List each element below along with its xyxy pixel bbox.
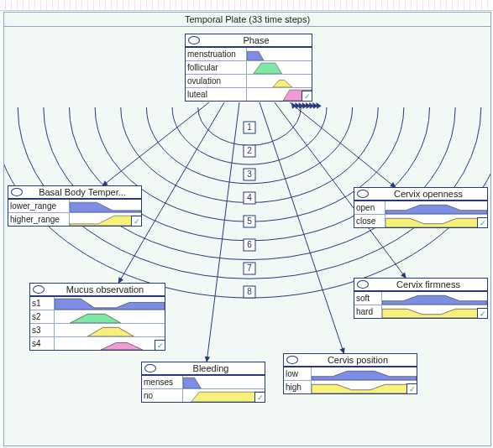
svg-text:2: 2 [247, 146, 252, 155]
svg-marker-4 [306, 102, 311, 109]
node-title: Cervix openness [354, 188, 487, 201]
state-label: no [142, 389, 183, 402]
state-chart [382, 305, 487, 318]
state-chart [55, 324, 165, 336]
state-chart [183, 389, 265, 402]
state-row: hard [354, 305, 487, 318]
svg-marker-1 [295, 102, 300, 109]
node-bbt[interactable]: Basal Body Temper...lower_rangehigher_ra… [8, 185, 142, 227]
state-label: luteal [186, 88, 247, 101]
state-label: higher_range [8, 213, 70, 226]
state-chart [312, 367, 417, 380]
svg-text:5: 5 [247, 216, 252, 226]
state-chart [55, 297, 165, 310]
svg-line-30 [260, 102, 344, 354]
node-oval-icon [357, 190, 369, 198]
check-icon[interactable]: ✓ [302, 91, 312, 102]
check-icon[interactable]: ✓ [254, 392, 265, 403]
state-label: high [284, 381, 312, 393]
svg-marker-7 [316, 102, 321, 109]
state-label: s2 [30, 310, 55, 323]
node-title: Cervix firmness [354, 279, 487, 291]
check-icon[interactable]: ✓ [477, 217, 488, 228]
node-oval-icon [144, 364, 156, 372]
svg-text:4: 4 [247, 193, 252, 202]
state-label: open [354, 201, 385, 214]
state-chart [247, 48, 312, 60]
node-oval-icon [357, 280, 369, 289]
svg-line-24 [102, 102, 209, 186]
node-bleeding[interactable]: Bleedingmensesno✓ [141, 362, 265, 403]
node-title: Phase [186, 34, 312, 47]
state-row: high [284, 380, 417, 393]
node-title-text: Cervis position [302, 355, 414, 365]
state-label: ovulation [186, 75, 247, 87]
state-row: luteal [186, 87, 312, 101]
svg-text:3: 3 [247, 169, 252, 179]
state-chart [312, 381, 417, 393]
state-label: close [354, 215, 385, 227]
check-icon[interactable]: ✓ [155, 340, 165, 351]
state-chart [55, 310, 165, 323]
svg-marker-3 [302, 102, 307, 109]
check-icon[interactable]: ✓ [131, 216, 142, 227]
svg-text:7: 7 [247, 263, 252, 273]
svg-rect-12 [244, 169, 255, 180]
state-label: soft [354, 292, 382, 305]
svg-text:1: 1 [247, 122, 252, 132]
state-row: close [354, 214, 487, 227]
node-title-text: Cervix openness [372, 189, 485, 199]
state-row: higher_range [8, 212, 141, 226]
node-title-text: Mucus observation [48, 284, 162, 294]
svg-rect-14 [244, 192, 255, 204]
node-title-text: Cervix firmness [372, 279, 485, 289]
state-chart [55, 337, 165, 350]
svg-rect-18 [244, 239, 255, 251]
node-cervfirm[interactable]: Cervix firmnesssofthard✓ [354, 278, 488, 319]
state-row: s3 [30, 323, 165, 336]
state-row: soft [354, 292, 487, 305]
state-label: low [284, 367, 312, 380]
state-chart [385, 201, 487, 214]
svg-text:6: 6 [247, 240, 252, 249]
state-label: menstruation [186, 48, 247, 60]
node-title-text: Basal Body Temper... [26, 187, 139, 197]
state-chart [247, 75, 312, 87]
state-label: s4 [30, 337, 55, 350]
node-title-text: Bleeding [160, 363, 262, 373]
top-ruler [0, 0, 493, 11]
svg-text:8: 8 [247, 287, 252, 296]
check-icon[interactable]: ✓ [406, 383, 417, 394]
check-icon[interactable]: ✓ [477, 308, 488, 319]
state-label: menses [142, 376, 183, 388]
node-title: Bleeding [142, 362, 265, 375]
node-cervopen[interactable]: Cervix opennessopenclose✓ [354, 187, 488, 228]
node-phase[interactable]: Phasemenstruationfollicularovulationlute… [185, 34, 312, 102]
node-oval-icon [11, 188, 23, 196]
svg-rect-8 [244, 122, 255, 133]
state-chart [183, 376, 265, 388]
state-label: hard [354, 305, 382, 318]
svg-marker-2 [298, 102, 303, 109]
state-row: menstruation [186, 48, 312, 60]
svg-marker-5 [309, 102, 314, 109]
svg-line-34 [290, 102, 396, 188]
svg-marker-0 [291, 102, 296, 109]
node-mucus[interactable]: Mucus observations1s2s3s4✓ [29, 283, 165, 351]
svg-rect-10 [244, 145, 255, 157]
state-label: s3 [30, 324, 55, 336]
state-row: s1 [30, 297, 165, 310]
state-row: low [284, 367, 417, 380]
svg-rect-20 [244, 263, 255, 274]
node-oval-icon [286, 356, 298, 364]
node-oval-icon [188, 36, 200, 44]
state-row: follicular [186, 60, 312, 74]
state-row: no [142, 388, 265, 402]
state-label: follicular [186, 61, 247, 74]
node-title: Basal Body Temper... [8, 186, 141, 199]
state-chart [385, 215, 487, 227]
svg-line-28 [207, 102, 239, 362]
svg-marker-6 [312, 102, 317, 109]
node-cervpos[interactable]: Cervis positionlowhigh✓ [283, 353, 417, 394]
node-oval-icon [33, 285, 45, 294]
